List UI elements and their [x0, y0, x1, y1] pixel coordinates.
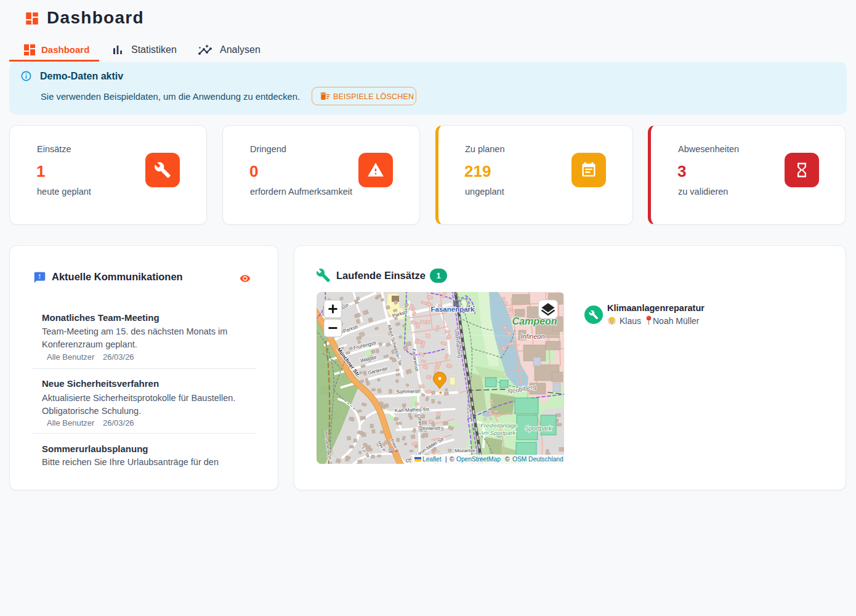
svg-text:Sportpark: Sportpark — [525, 425, 552, 432]
svg-text:Freizeitanlage: Freizeitanlage — [480, 422, 517, 429]
svg-text:OSM Deutschland: OSM Deutschland — [512, 456, 563, 463]
svg-text:Am Sportpark: Am Sportpark — [479, 429, 516, 436]
svg-text:Leaflet: Leaflet — [422, 456, 442, 463]
svg-text:OpenStreetMap: OpenStreetMap — [456, 456, 501, 463]
svg-text:Infineon: Infineon — [520, 333, 544, 340]
svg-text:Fasanenpark: Fasanenpark — [431, 306, 475, 313]
svg-text:©: © — [450, 456, 454, 463]
svg-text:Mozartstr.: Mozartstr. — [454, 448, 476, 453]
svg-text:©: © — [505, 456, 510, 463]
svg-text:Sommerstr.: Sommerstr. — [396, 388, 421, 394]
svg-text:|: | — [445, 456, 447, 463]
